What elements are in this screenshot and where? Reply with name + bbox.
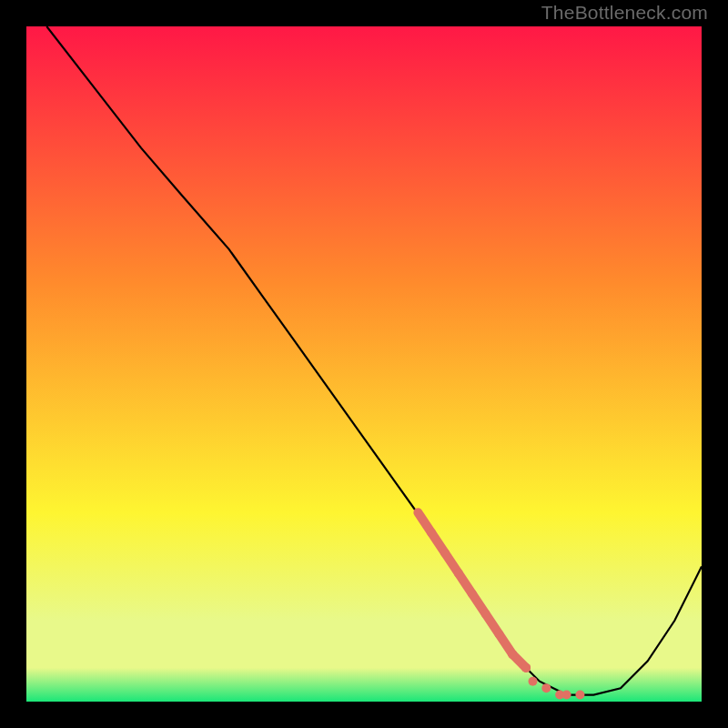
watermark-text: TheBottleneck.com [541,2,708,24]
marker-dot [541,683,551,693]
marker-dot [529,677,538,686]
chart-stage: TheBottleneck.com [0,0,728,728]
gradient-background [26,26,702,702]
plot-canvas [26,26,702,702]
marker-dot [562,691,571,700]
marker-dot [575,691,584,700]
marker-dot [521,663,531,672]
marker-dot [508,650,517,659]
